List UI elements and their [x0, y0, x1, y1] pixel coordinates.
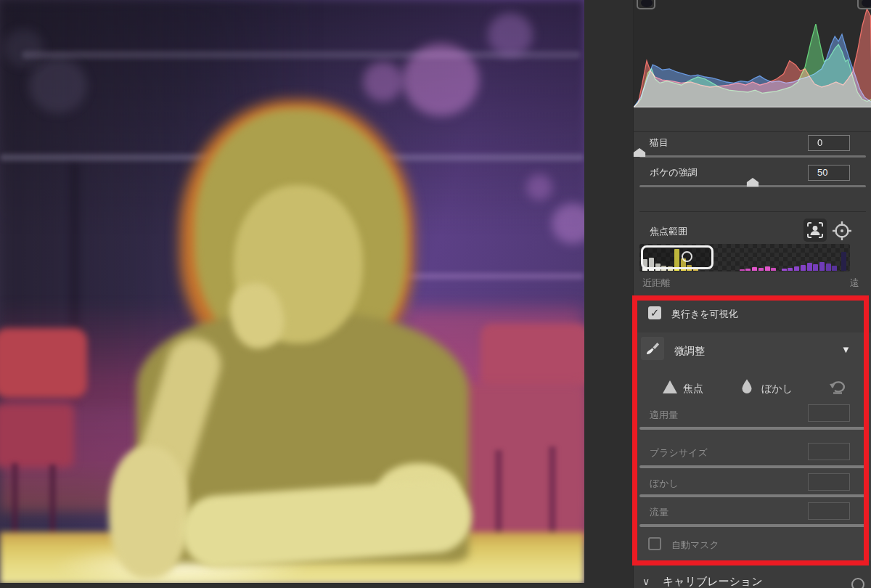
- focus-range-label: 焦点範囲: [650, 225, 687, 238]
- brush-size-label: ブラシサイズ: [650, 446, 708, 460]
- bokeh-emphasis-slider[interactable]: [639, 185, 866, 187]
- feather-label: ぼかし: [650, 477, 679, 490]
- bokeh-emphasis-value-field[interactable]: 50: [808, 165, 850, 181]
- flow-label: 流量: [650, 506, 668, 519]
- person-arm-lower: [109, 446, 189, 579]
- fine-adjust-title: 微調整: [674, 345, 705, 358]
- flow-slider[interactable]: [639, 524, 866, 527]
- histogram[interactable]: [634, 0, 871, 107]
- checkmark-icon: ✓: [650, 306, 660, 319]
- left-chair-back: [0, 328, 87, 398]
- near-distance-label: 近距離: [642, 277, 671, 290]
- undo-icon[interactable]: [828, 379, 847, 397]
- amount-value-field[interactable]: [808, 404, 850, 422]
- auto-mask-label: 自動マスク: [671, 539, 719, 552]
- left-chair-seat: [0, 404, 74, 467]
- bokeh-emphasis-slider-thumb[interactable]: [747, 178, 759, 187]
- right-chair-seat: [456, 383, 584, 543]
- blur-mode-button[interactable]: ぼかし: [761, 383, 793, 396]
- bokeh-light-dim: [4, 29, 44, 67]
- chevron-icon[interactable]: ∨: [642, 576, 650, 587]
- chair-leg: [549, 446, 556, 541]
- cat-eye-value-field[interactable]: 0: [808, 135, 850, 151]
- focus-range-selection[interactable]: [641, 245, 713, 269]
- cat-eye-slider-thumb[interactable]: [634, 148, 646, 157]
- adjustment-panel: 猫目 0 ボケの強調 50 焦点範囲: [633, 0, 871, 588]
- flow-value-field[interactable]: [808, 502, 850, 520]
- bokeh-light: [488, 13, 533, 57]
- visualize-depth-label: 奥行きを可視化: [671, 308, 738, 321]
- chair-leg: [495, 450, 502, 541]
- depth-map-canvas[interactable]: [0, 0, 584, 583]
- droplet-icon: [741, 379, 753, 396]
- divider: [634, 131, 871, 132]
- bokeh-light: [363, 62, 403, 102]
- brush-size-slider[interactable]: [639, 465, 866, 468]
- focus-mode-button[interactable]: 焦点: [683, 383, 703, 396]
- person-frame-icon[interactable]: [803, 219, 827, 242]
- brush-icon[interactable]: [641, 337, 664, 360]
- calibration-section-header[interactable]: キャリブレーション: [663, 575, 763, 588]
- bokeh-light: [526, 174, 552, 200]
- focus-range-strip[interactable]: [639, 244, 850, 271]
- right-chair-back: [481, 324, 584, 389]
- feather-slider[interactable]: [639, 494, 866, 497]
- calibration-toggle-icon[interactable]: [851, 578, 864, 588]
- disclosure-triangle-icon[interactable]: ▼: [841, 344, 851, 355]
- highlight-clipping-toggle-icon[interactable]: [857, 0, 871, 9]
- shadow-clipping-toggle-icon[interactable]: [637, 0, 655, 9]
- brush-size-value-field[interactable]: [808, 443, 850, 460]
- slider-label-cat-eye: 猫目: [650, 136, 668, 150]
- slider-label-bokeh-emphasis: ボケの強調: [650, 166, 698, 179]
- bokeh-light: [552, 203, 584, 244]
- feather-value-field[interactable]: [808, 473, 850, 491]
- amount-label: 適用量: [650, 409, 678, 422]
- histogram-plot: [634, 0, 871, 107]
- triangle-icon: [663, 380, 677, 396]
- bokeh-light: [403, 44, 479, 116]
- cat-eye-slider[interactable]: [639, 155, 866, 158]
- amount-slider[interactable]: [639, 427, 866, 430]
- divider: [639, 211, 866, 212]
- crosshair-icon[interactable]: [831, 220, 853, 242]
- focus-range-handle[interactable]: [682, 251, 692, 262]
- app-window: 猫目 0 ボケの強調 50 焦点範囲: [0, 0, 871, 588]
- bokeh-light-dim: [29, 58, 87, 113]
- visualize-depth-checkbox[interactable]: ✓: [648, 306, 661, 319]
- far-label: 遠: [850, 277, 859, 290]
- auto-mask-checkbox[interactable]: [648, 537, 661, 550]
